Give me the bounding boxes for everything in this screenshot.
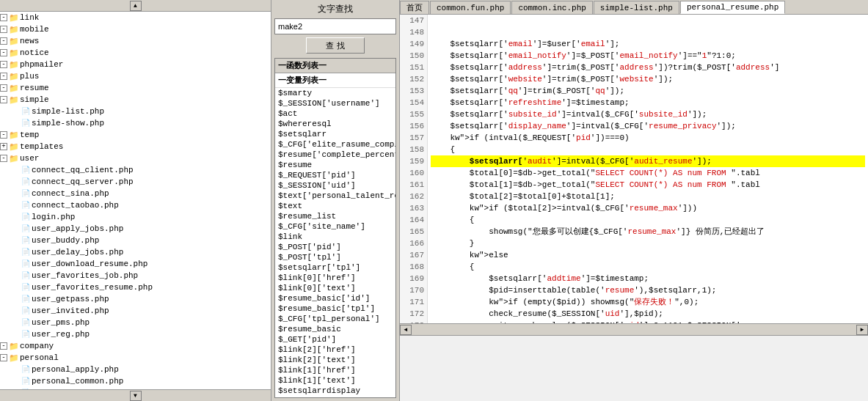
var-item[interactable]: $resume_basic['tpl'] <box>275 303 395 314</box>
code-line: kw">else <box>431 249 865 261</box>
tree-item[interactable]: -📁resume <box>0 82 271 94</box>
var-item[interactable]: $_POST['tpl'] <box>275 252 395 262</box>
hscroll-left[interactable]: ◄ <box>400 325 412 335</box>
var-item[interactable]: $whereresql <box>275 119 395 129</box>
line-number: 164 <box>403 214 424 226</box>
line-number: 158 <box>403 144 424 155</box>
tree-item-label: login.php <box>32 213 75 221</box>
expand-btn[interactable]: - <box>0 84 7 92</box>
code-lines[interactable]: $setsqlarr['email']=$user['email']; $set… <box>428 15 868 323</box>
tab-simple-list-php[interactable]: simple-list.php <box>594 1 679 14</box>
var-item[interactable]: $setsqlarr <box>275 129 395 139</box>
tree-item[interactable]: 📄connect_taobao.php <box>0 199 271 211</box>
search-button[interactable]: 查 找 <box>306 37 365 54</box>
var-item[interactable]: $link[2]['href'] <box>275 345 395 355</box>
expand-btn[interactable]: - <box>0 37 7 45</box>
tree-item[interactable]: 📄user_getpass.php <box>0 293 271 305</box>
tree-item[interactable]: 📄user_buddy.php <box>0 235 271 246</box>
expand-btn[interactable]: - <box>0 354 7 361</box>
expand-btn[interactable]: - <box>0 96 7 103</box>
tree-item[interactable]: -📁phpmailer <box>0 59 271 70</box>
var-item[interactable]: $link[1]['text'] <box>275 375 395 386</box>
tree-item[interactable]: -📁user <box>0 152 271 164</box>
tree-item[interactable]: 📄personal_apply.php <box>0 364 271 375</box>
expand-btn[interactable]: + <box>0 143 7 150</box>
tree-scroll-down[interactable]: ▼ <box>130 391 142 401</box>
var-item[interactable]: $_POST['pid'] <box>275 242 395 252</box>
tab-首页[interactable]: 首页 <box>400 1 429 14</box>
expand-btn[interactable]: - <box>0 61 7 68</box>
tree-item[interactable]: 📄login.php <box>0 211 271 223</box>
var-item[interactable]: $link[1]['href'] <box>275 365 395 375</box>
var-item[interactable]: $resume_list <box>275 211 395 221</box>
tree-item[interactable]: 📄user_reg.php <box>0 328 271 340</box>
line-number: 153 <box>403 85 424 97</box>
tree-item[interactable]: 📄user_pms.php <box>0 317 271 328</box>
tree-item[interactable]: -📁personal <box>0 352 271 364</box>
tree-item[interactable]: 📄connect_qq_client.php <box>0 164 271 176</box>
var-item[interactable]: $link[0]['href'] <box>275 273 395 283</box>
tree-item[interactable]: 📄user_delay_jobs.php <box>0 246 271 258</box>
tree-item[interactable]: +📁templates <box>0 141 271 152</box>
var-item[interactable]: $link[2]['text'] <box>275 355 395 365</box>
tree-item[interactable]: 📄personal_common.php <box>0 375 271 387</box>
expand-btn[interactable]: - <box>0 14 7 21</box>
file-icon: 📄 <box>20 375 32 387</box>
expand-btn[interactable]: - <box>0 131 7 139</box>
var-item[interactable]: $resume_basic['id'] <box>275 293 395 303</box>
var-item[interactable]: $smarty <box>275 88 395 98</box>
tab-common-fun-php[interactable]: common.fun.php <box>430 1 511 14</box>
var-item[interactable]: $_CFG['site_name'] <box>275 221 395 232</box>
var-item[interactable]: $_SESSION['username'] <box>275 98 395 108</box>
var-item[interactable]: $act <box>275 108 395 119</box>
var-item[interactable]: $_SESSION['uid'] <box>275 180 395 191</box>
tree-item[interactable]: 📄user_download_resume.php <box>0 258 271 270</box>
tree-item[interactable]: -📁simple <box>0 94 271 106</box>
tree-item[interactable]: -📁mobile <box>0 23 271 35</box>
var-item[interactable]: $text <box>275 201 395 211</box>
tree-item[interactable]: 📄user_apply_jobs.php <box>0 223 271 235</box>
tree-scroll-up[interactable]: ▲ <box>130 1 142 11</box>
var-item[interactable]: $text['personal_talent_req <box>275 191 395 201</box>
tree-item[interactable]: -📁plus <box>0 70 271 82</box>
search-input[interactable] <box>274 18 396 34</box>
tree-item[interactable]: -📁notice <box>0 47 271 59</box>
expand-btn[interactable]: - <box>0 155 7 162</box>
var-item[interactable]: $_REQUEST['pid'] <box>275 170 395 180</box>
tree-item[interactable]: -📁link <box>0 12 271 23</box>
tab-personal_resume-php[interactable]: personal_resume.php <box>680 1 785 14</box>
tree-item[interactable]: -📁news <box>0 35 271 47</box>
code-line: { <box>431 144 865 155</box>
tree-item[interactable]: 📄simple-list.php <box>0 106 271 117</box>
var-item[interactable]: $setsqlarr['tpl'] <box>275 262 395 273</box>
folder-icon: 📁 <box>8 340 20 352</box>
tree-item[interactable]: 📄user_favorites_job.php <box>0 270 271 282</box>
expand-btn[interactable]: - <box>0 26 7 33</box>
tree-item[interactable]: 📄connect_sina.php <box>0 188 271 199</box>
tree-item[interactable]: -📁temp <box>0 129 271 141</box>
line-number: 150 <box>403 50 424 62</box>
var-item[interactable]: $link[0]['text'] <box>275 283 395 293</box>
horizontal-scrollbar[interactable]: ◄ ► <box>400 323 868 335</box>
tree-item[interactable]: 📄connect_qq_server.php <box>0 176 271 188</box>
var-item[interactable]: $resume_basic <box>275 324 395 334</box>
hscroll-right[interactable]: ► <box>856 325 868 335</box>
var-item[interactable]: $_CFG['tpl_personal'] <box>275 314 395 324</box>
tree-item[interactable]: 📄user_invited.php <box>0 305 271 317</box>
var-item[interactable]: $_CFG['elite_rasume_comple <box>275 139 395 150</box>
tree-item[interactable]: 📄simple-show.php <box>0 117 271 129</box>
tab-common-inc-php[interactable]: common.inc.php <box>511 1 592 14</box>
var-item[interactable]: $link <box>275 232 395 242</box>
expand-btn[interactable]: - <box>0 73 7 80</box>
expand-btn[interactable]: - <box>0 342 7 350</box>
tree-item[interactable]: 📄user_favorites_resume.php <box>0 282 271 293</box>
var-item[interactable]: $resume['complete_percent' <box>275 150 395 160</box>
code-area: 1471481491501511521531541551561571581591… <box>400 15 868 335</box>
tree-item[interactable]: -📁company <box>0 340 271 352</box>
code-line: $setsqlarr['email_notify']=$_POST['email… <box>431 50 865 62</box>
var-item[interactable]: $resume <box>275 160 395 170</box>
var-item[interactable]: $_POST['display'] <box>275 396 395 398</box>
var-item[interactable]: $setsqlarrdisplay <box>275 386 395 396</box>
var-item[interactable]: $_GET['pid'] <box>275 334 395 345</box>
expand-btn[interactable]: - <box>0 49 7 56</box>
